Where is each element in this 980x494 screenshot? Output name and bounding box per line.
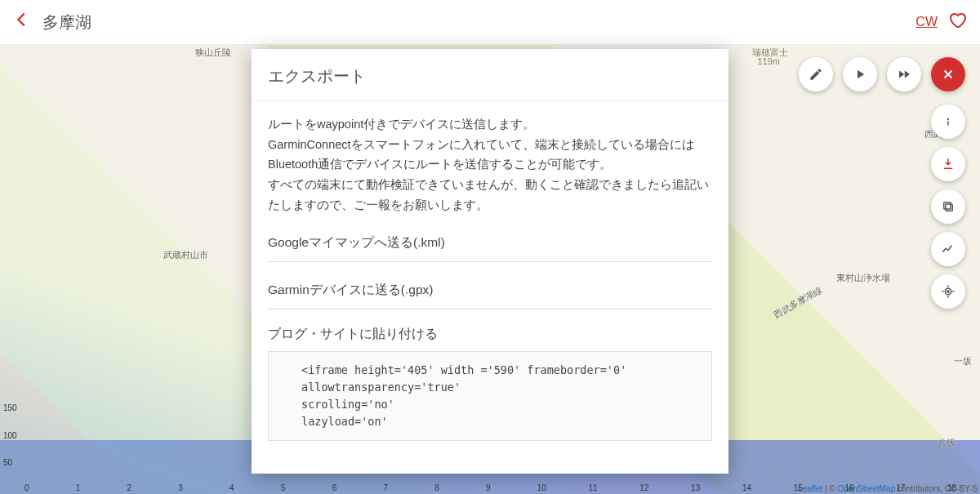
map-label: 119m: [757, 56, 780, 66]
play-button[interactable]: [843, 57, 877, 91]
locate-button[interactable]: [931, 274, 965, 309]
distance-tick: 9: [486, 483, 491, 492]
distance-tick: 4: [229, 483, 234, 492]
distance-tick: 1: [76, 483, 81, 492]
distance-tick: 5: [281, 483, 286, 492]
svg-rect-2: [946, 204, 952, 211]
elevation-tick: 100: [3, 431, 17, 440]
map-label: 東村山浄水場: [836, 272, 890, 284]
distance-tick: 18: [947, 483, 956, 492]
distance-tick: 2: [127, 483, 132, 492]
distance-tick: 17: [896, 483, 905, 492]
side-column: [931, 105, 965, 309]
export-action-kml[interactable]: Googleマイマップへ送る(.kml): [268, 225, 712, 262]
distance-tick: 14: [742, 483, 751, 492]
export-action-gpx[interactable]: Garminデバイスに送る(.gpx): [268, 272, 712, 309]
cw-link[interactable]: CW: [915, 15, 938, 29]
modal-title: エクスポート: [252, 49, 728, 101]
distance-tick: 15: [794, 483, 803, 492]
distance-tick: 8: [434, 483, 439, 492]
distance-tick: 6: [332, 483, 337, 492]
distance-tick: 16: [844, 483, 853, 492]
svg-point-5: [947, 291, 949, 292]
distance-tick: 11: [589, 483, 598, 492]
svg-point-0: [947, 118, 949, 120]
embed-code-box[interactable]: <iframe height='405' width ='590' frameb…: [268, 351, 712, 441]
distance-tick: 12: [639, 483, 648, 492]
modal-description: ルートをwaypoint付きでデバイスに送信します。GarminConnectを…: [268, 114, 712, 215]
map-label: 八坂: [938, 437, 956, 449]
map-label: 一坂: [954, 355, 972, 367]
elevation-tick: 50: [3, 458, 12, 467]
distance-tick: 10: [537, 483, 546, 492]
close-button[interactable]: [931, 57, 965, 91]
map-label: 狭山丘陵: [195, 47, 231, 59]
distance-tick: 13: [691, 483, 700, 492]
copy-button[interactable]: [931, 189, 965, 224]
edit-button[interactable]: [799, 57, 833, 91]
elevation-tick: 150: [3, 403, 17, 412]
modal-body[interactable]: ルートをwaypoint付きでデバイスに送信します。GarminConnectを…: [252, 101, 728, 474]
download-button[interactable]: [931, 147, 965, 181]
svg-rect-1: [947, 121, 949, 125]
svg-rect-3: [944, 202, 951, 209]
fast-forward-button[interactable]: [887, 57, 921, 91]
map-label: 武蔵村山市: [163, 249, 208, 261]
favorite-heart-icon[interactable]: [947, 10, 967, 34]
back-arrow-icon[interactable]: [13, 11, 31, 33]
embed-heading: ブログ・サイトに貼り付ける: [268, 326, 712, 343]
export-modal: エクスポート ルートをwaypoint付きでデバイスに送信します。GarminC…: [252, 49, 728, 474]
map-label: 西武多摩湖線: [772, 284, 825, 322]
fab-row: [799, 57, 965, 91]
distance-tick: 3: [178, 483, 183, 492]
info-button[interactable]: [931, 105, 965, 139]
distance-tick: 0: [24, 483, 29, 492]
distance-tick: 7: [383, 483, 388, 492]
page-title: 多摩湖: [42, 11, 915, 33]
chart-button[interactable]: [931, 232, 965, 266]
app-header: 多摩湖 CW: [0, 0, 980, 45]
